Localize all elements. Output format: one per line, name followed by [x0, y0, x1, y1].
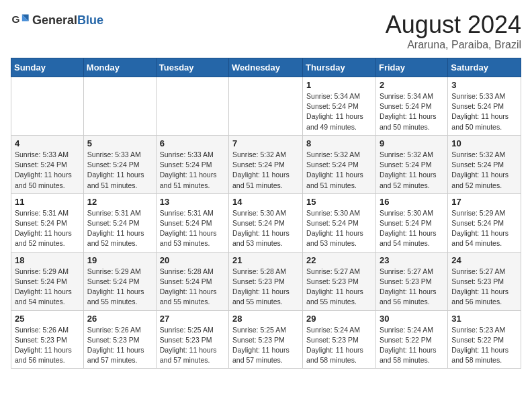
- calendar-cell: 20Sunrise: 5:28 AM Sunset: 5:24 PM Dayli…: [156, 252, 228, 310]
- day-number: 1: [306, 80, 372, 90]
- calendar-table: SundayMondayTuesdayWednesdayThursdayFrid…: [11, 58, 521, 369]
- calendar-cell: 5Sunrise: 5:33 AM Sunset: 5:24 PM Daylig…: [83, 135, 156, 193]
- day-info: Sunrise: 5:33 AM Sunset: 5:24 PM Dayligh…: [15, 150, 80, 191]
- day-number: 12: [87, 197, 152, 207]
- day-number: 19: [87, 255, 152, 265]
- day-info: Sunrise: 5:28 AM Sunset: 5:24 PM Dayligh…: [160, 267, 225, 308]
- calendar-cell: 30Sunrise: 5:24 AM Sunset: 5:22 PM Dayli…: [375, 310, 447, 369]
- day-number: 22: [306, 255, 372, 265]
- day-info: Sunrise: 5:31 AM Sunset: 5:24 PM Dayligh…: [160, 208, 225, 249]
- calendar-cell: 26Sunrise: 5:26 AM Sunset: 5:23 PM Dayli…: [83, 310, 156, 369]
- day-header-sunday: Sunday: [11, 58, 84, 77]
- day-info: Sunrise: 5:24 AM Sunset: 5:22 PM Dayligh…: [380, 325, 444, 366]
- day-info: Sunrise: 5:31 AM Sunset: 5:24 PM Dayligh…: [87, 208, 152, 249]
- day-number: 30: [380, 314, 444, 324]
- day-info: Sunrise: 5:29 AM Sunset: 5:24 PM Dayligh…: [451, 208, 517, 249]
- calendar-cell: 11Sunrise: 5:31 AM Sunset: 5:24 PM Dayli…: [11, 193, 84, 252]
- day-info: Sunrise: 5:33 AM Sunset: 5:24 PM Dayligh…: [160, 150, 225, 191]
- calendar-cell: 8Sunrise: 5:32 AM Sunset: 5:24 PM Daylig…: [303, 135, 376, 193]
- calendar-cell: 6Sunrise: 5:33 AM Sunset: 5:24 PM Daylig…: [156, 135, 228, 193]
- calendar-cell: [229, 77, 303, 136]
- day-number: 31: [451, 314, 517, 324]
- calendar-cell: 4Sunrise: 5:33 AM Sunset: 5:24 PM Daylig…: [11, 135, 84, 193]
- day-number: 23: [380, 255, 444, 265]
- day-header-thursday: Thursday: [303, 58, 376, 77]
- calendar-cell: [11, 77, 84, 136]
- day-info: Sunrise: 5:31 AM Sunset: 5:24 PM Dayligh…: [15, 208, 80, 249]
- calendar-week-row: 1Sunrise: 5:34 AM Sunset: 5:24 PM Daylig…: [11, 77, 521, 136]
- day-number: 21: [232, 255, 299, 265]
- calendar-cell: 2Sunrise: 5:34 AM Sunset: 5:24 PM Daylig…: [375, 77, 447, 136]
- day-number: 20: [160, 255, 225, 265]
- day-number: 28: [232, 314, 299, 324]
- calendar-cell: 27Sunrise: 5:25 AM Sunset: 5:23 PM Dayli…: [156, 310, 228, 369]
- day-info: Sunrise: 5:27 AM Sunset: 5:23 PM Dayligh…: [380, 267, 444, 308]
- day-number: 10: [451, 138, 517, 148]
- day-number: 18: [15, 255, 80, 265]
- day-number: 29: [306, 314, 372, 324]
- day-info: Sunrise: 5:33 AM Sunset: 5:24 PM Dayligh…: [451, 91, 517, 132]
- calendar-week-row: 11Sunrise: 5:31 AM Sunset: 5:24 PM Dayli…: [11, 193, 521, 252]
- calendar-cell: 9Sunrise: 5:32 AM Sunset: 5:24 PM Daylig…: [375, 135, 447, 193]
- day-info: Sunrise: 5:23 AM Sunset: 5:22 PM Dayligh…: [451, 325, 517, 366]
- calendar-cell: 19Sunrise: 5:29 AM Sunset: 5:24 PM Dayli…: [83, 252, 156, 310]
- day-number: 9: [380, 138, 444, 148]
- logo-blue-text: Blue: [77, 13, 103, 27]
- calendar-cell: 24Sunrise: 5:27 AM Sunset: 5:23 PM Dayli…: [448, 252, 521, 310]
- logo: G GeneralBlue: [11, 11, 103, 30]
- calendar-cell: 13Sunrise: 5:31 AM Sunset: 5:24 PM Dayli…: [156, 193, 228, 252]
- day-number: 24: [451, 255, 517, 265]
- day-number: 25: [15, 314, 80, 324]
- day-info: Sunrise: 5:30 AM Sunset: 5:24 PM Dayligh…: [306, 208, 372, 249]
- day-info: Sunrise: 5:26 AM Sunset: 5:23 PM Dayligh…: [87, 325, 152, 366]
- day-header-wednesday: Wednesday: [229, 58, 303, 77]
- day-number: 16: [380, 197, 444, 207]
- calendar-cell: [156, 77, 228, 136]
- day-number: 14: [232, 197, 299, 207]
- calendar-cell: 14Sunrise: 5:30 AM Sunset: 5:24 PM Dayli…: [229, 193, 303, 252]
- calendar-title: August 2024: [386, 11, 521, 39]
- calendar-cell: 29Sunrise: 5:24 AM Sunset: 5:23 PM Dayli…: [303, 310, 376, 369]
- page-header: G GeneralBlue August 2024 Araruna, Parai…: [11, 11, 521, 51]
- day-info: Sunrise: 5:27 AM Sunset: 5:23 PM Dayligh…: [451, 267, 517, 308]
- day-info: Sunrise: 5:34 AM Sunset: 5:24 PM Dayligh…: [380, 91, 444, 132]
- day-info: Sunrise: 5:28 AM Sunset: 5:23 PM Dayligh…: [232, 267, 299, 308]
- day-number: 27: [160, 314, 225, 324]
- day-number: 4: [15, 138, 80, 148]
- day-info: Sunrise: 5:30 AM Sunset: 5:24 PM Dayligh…: [380, 208, 444, 249]
- day-info: Sunrise: 5:24 AM Sunset: 5:23 PM Dayligh…: [306, 325, 372, 366]
- day-number: 17: [451, 197, 517, 207]
- logo-icon: G: [11, 11, 30, 30]
- day-header-tuesday: Tuesday: [156, 58, 228, 77]
- day-number: 13: [160, 197, 225, 207]
- calendar-cell: 18Sunrise: 5:29 AM Sunset: 5:24 PM Dayli…: [11, 252, 84, 310]
- day-info: Sunrise: 5:34 AM Sunset: 5:24 PM Dayligh…: [306, 91, 372, 132]
- day-number: 7: [232, 138, 299, 148]
- logo-general-text: General: [32, 13, 77, 27]
- day-info: Sunrise: 5:32 AM Sunset: 5:24 PM Dayligh…: [306, 150, 372, 191]
- calendar-cell: [83, 77, 156, 136]
- calendar-cell: 12Sunrise: 5:31 AM Sunset: 5:24 PM Dayli…: [83, 193, 156, 252]
- day-number: 15: [306, 197, 372, 207]
- calendar-week-row: 4Sunrise: 5:33 AM Sunset: 5:24 PM Daylig…: [11, 135, 521, 193]
- day-info: Sunrise: 5:32 AM Sunset: 5:24 PM Dayligh…: [451, 150, 517, 191]
- calendar-cell: 31Sunrise: 5:23 AM Sunset: 5:22 PM Dayli…: [448, 310, 521, 369]
- calendar-cell: 22Sunrise: 5:27 AM Sunset: 5:23 PM Dayli…: [303, 252, 376, 310]
- day-info: Sunrise: 5:30 AM Sunset: 5:24 PM Dayligh…: [232, 208, 299, 249]
- day-number: 2: [380, 80, 444, 90]
- day-number: 26: [87, 314, 152, 324]
- day-info: Sunrise: 5:25 AM Sunset: 5:23 PM Dayligh…: [232, 325, 299, 366]
- day-number: 11: [15, 197, 80, 207]
- calendar-cell: 23Sunrise: 5:27 AM Sunset: 5:23 PM Dayli…: [375, 252, 447, 310]
- day-number: 8: [306, 138, 372, 148]
- calendar-cell: 21Sunrise: 5:28 AM Sunset: 5:23 PM Dayli…: [229, 252, 303, 310]
- day-number: 5: [87, 138, 152, 148]
- day-header-friday: Friday: [375, 58, 447, 77]
- svg-text:G: G: [11, 13, 19, 25]
- calendar-cell: 28Sunrise: 5:25 AM Sunset: 5:23 PM Dayli…: [229, 310, 303, 369]
- day-info: Sunrise: 5:32 AM Sunset: 5:24 PM Dayligh…: [232, 150, 299, 191]
- calendar-cell: 10Sunrise: 5:32 AM Sunset: 5:24 PM Dayli…: [448, 135, 521, 193]
- title-block: August 2024 Araruna, Paraiba, Brazil: [386, 11, 521, 51]
- day-info: Sunrise: 5:26 AM Sunset: 5:23 PM Dayligh…: [15, 325, 80, 366]
- calendar-cell: 15Sunrise: 5:30 AM Sunset: 5:24 PM Dayli…: [303, 193, 376, 252]
